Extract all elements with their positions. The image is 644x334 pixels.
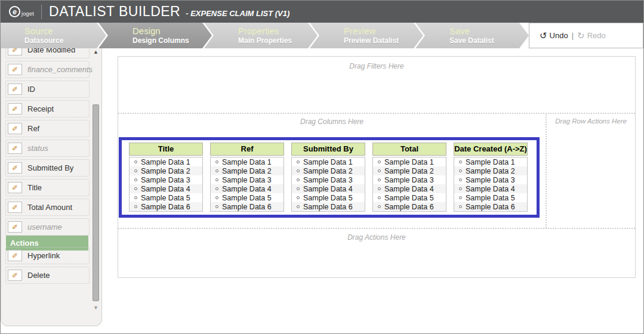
sample-row: Sample Data 6 [130, 202, 202, 211]
column-preview[interactable]: Ref Sample Data 1 S [210, 143, 284, 212]
bullet-icon [215, 169, 218, 172]
sample-row-label: Sample Data 2 [466, 167, 515, 175]
sample-row: Sample Data 6 [454, 202, 527, 211]
toolbar-separator: | [572, 31, 574, 40]
sample-row: Sample Data 3 [373, 175, 446, 184]
joget-logo-icon: e [9, 6, 20, 17]
column-preview[interactable]: Submitted By Sample Data 1 [291, 143, 365, 212]
redo-label: Redo [587, 31, 606, 40]
palette-field-item[interactable]: ✐ finance_comments [5, 61, 90, 78]
field-label: Title [27, 183, 42, 192]
column-header[interactable]: Submitted By [291, 143, 365, 156]
column-header[interactable]: Title [129, 143, 203, 156]
undo-button[interactable]: ↺ Undo [540, 31, 568, 40]
sample-row: Sample Data 1 [454, 157, 527, 166]
sample-row-label: Sample Data 4 [141, 185, 190, 193]
palette-field-item[interactable]: ✐ Submitted By [5, 159, 90, 177]
action-label: Hyperlink [27, 251, 60, 260]
row-actions-dropzone[interactable]: Drag Row Actions Here [546, 117, 636, 125]
palette-field-item[interactable]: ✐ Total Amount [5, 199, 90, 216]
page-title: DATALIST BUILDER [49, 4, 180, 20]
column-header[interactable]: Ref [210, 143, 284, 156]
sample-row: Sample Data 4 [292, 184, 365, 193]
action-label: Delete [27, 271, 50, 280]
wizard-step-tab[interactable]: Save Save Datalist [415, 23, 529, 48]
wizard-step-tab[interactable]: Properties Main Properties [204, 23, 318, 48]
row-actions-divider [546, 113, 547, 228]
wizard-step-tab[interactable]: Preview Preview Datalist [310, 23, 423, 48]
sample-row: Sample Data 2 [373, 166, 446, 175]
sample-row: Sample Data 3 [130, 175, 202, 184]
bullet-icon [459, 178, 462, 181]
columns-dropzone[interactable]: Drag Columns Here [118, 117, 546, 126]
sample-row-label: Sample Data 6 [303, 203, 353, 211]
redo-button[interactable]: ↻ Redo [577, 31, 606, 40]
sample-row: Sample Data 3 [454, 175, 527, 184]
sample-row-label: Sample Data 1 [141, 158, 190, 166]
undo-label: Undo [550, 31, 568, 40]
bullet-icon [297, 178, 300, 181]
design-canvas: Drag Filters Here Drag Columns Here Drag… [118, 56, 636, 278]
sample-row-label: Sample Data 2 [222, 167, 272, 175]
scrollbar-thumb[interactable] [93, 104, 99, 301]
bullet-icon [134, 187, 137, 190]
bullet-icon [215, 205, 218, 208]
palette-action-item[interactable]: ✐ Hyperlink [5, 247, 90, 264]
wizard-step-tab[interactable]: Source Datasource [1, 23, 106, 48]
column-header[interactable]: Date Created (A->Z) [454, 143, 528, 156]
selected-columns-group[interactable]: Title Sample Data 1 [119, 137, 540, 218]
column-preview[interactable]: Title Sample Data 1 [129, 143, 203, 212]
filters-dropzone[interactable]: Drag Filters Here [118, 62, 635, 70]
sample-row-label: Sample Data 5 [466, 194, 515, 202]
bullet-icon [134, 169, 137, 172]
step-subtitle: Save Datalist [449, 36, 529, 45]
sample-row-label: Sample Data 1 [222, 158, 272, 166]
sample-row-label: Sample Data 2 [303, 167, 353, 175]
pencil-icon: ✐ [8, 48, 22, 55]
actions-dropzone[interactable]: Drag Actions Here [118, 233, 635, 242]
datalist-name: - EXPENSE CLAIM LIST (V1) [186, 5, 289, 18]
sample-row: Sample Data 6 [211, 202, 284, 211]
palette-field-item[interactable]: ✐ Title [5, 179, 90, 196]
step-title: Source [24, 26, 106, 36]
header-divider [41, 5, 42, 19]
palette-field-item[interactable]: ✐ ID [5, 81, 90, 98]
palette-field-item[interactable]: ✐ Receipt [5, 100, 90, 117]
sample-row-label: Sample Data 4 [222, 185, 272, 193]
wizard-tabbar: Source Datasource Design Design Columns … [1, 23, 643, 48]
palette-field-item[interactable]: ✐ Ref [5, 120, 90, 137]
joget-logo: e joget [9, 6, 34, 17]
sample-row-label: Sample Data 5 [222, 194, 272, 202]
column-preview[interactable]: Total Sample Data 1 [372, 143, 446, 212]
column-header[interactable]: Total [372, 143, 446, 156]
bullet-icon [297, 169, 300, 172]
wizard-step-tab[interactable]: Design Design Columns [98, 23, 212, 48]
pencil-icon: ✐ [8, 64, 22, 75]
bullet-icon [134, 178, 137, 181]
scroll-up-icon[interactable]: ▲ [91, 49, 100, 55]
pencil-icon: ✐ [8, 182, 22, 193]
sidebar-scrollbar[interactable]: ▲ ▼ [91, 48, 100, 326]
palette-action-item[interactable]: ✐ Delete [5, 267, 90, 284]
palette-field-item[interactable]: ✐ username [5, 218, 90, 236]
app-header: e joget DATALIST BUILDER - EXPENSE CLAIM… [1, 1, 643, 23]
bullet-icon [378, 205, 381, 208]
sample-row: Sample Data 1 [211, 157, 284, 166]
bullet-icon [378, 187, 381, 190]
sample-row: Sample Data 3 [211, 175, 284, 184]
column-sample-rows: Sample Data 1 Sample Data 2 [129, 157, 203, 212]
pencil-icon: ✐ [8, 270, 22, 281]
sample-row: Sample Data 5 [292, 193, 365, 202]
bullet-icon [215, 196, 218, 199]
sample-row: Sample Data 5 [130, 193, 202, 202]
scroll-down-icon[interactable]: ▼ [91, 305, 100, 311]
sample-row: Sample Data 2 [130, 166, 202, 175]
redo-icon: ↻ [577, 31, 585, 40]
bullet-icon [378, 169, 381, 172]
field-label: status [27, 144, 48, 153]
palette-field-item[interactable]: ✐ Date Modified [5, 48, 90, 58]
palette-field-item[interactable]: ✐ status [5, 140, 90, 157]
bullet-icon [297, 160, 300, 163]
column-preview[interactable]: Date Created (A->Z) Sample Data 1 [454, 143, 528, 212]
palette-sidebar: ✐ Date Modified ✐ finance_comments ✐ ID … [1, 48, 102, 326]
